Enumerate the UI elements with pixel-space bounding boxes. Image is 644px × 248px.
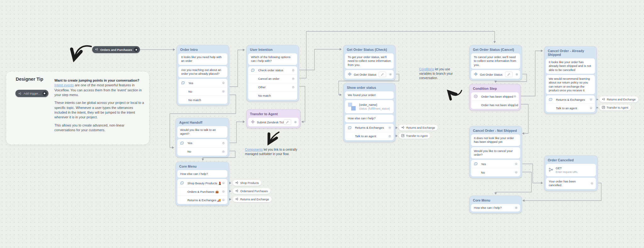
component-row[interactable]: Get Order Status xyxy=(345,70,394,79)
node-order-intro[interactable]: Order Intro It looks like you need help … xyxy=(177,45,229,105)
choice-row[interactable]: Returns & Exchanges xyxy=(546,95,595,104)
port-icon[interactable] xyxy=(514,95,516,98)
jump-label-returns-and-exchange[interactable]: Returns and Exchange xyxy=(399,125,438,131)
node-title[interactable]: User Intention xyxy=(248,47,297,53)
edit-button[interactable] xyxy=(379,72,386,77)
message-card[interactable]: It looks like you need help with an orde… xyxy=(178,53,227,65)
component-row[interactable]: Submit Zendesk Ticket xyxy=(248,118,299,127)
flow-canvas[interactable]: Designer Tip Add trigger... Want to crea… xyxy=(0,0,644,248)
port-icon[interactable] xyxy=(222,90,225,93)
choice-row[interactable]: Yes xyxy=(471,160,520,168)
message-card[interactable]: To get your order status, we'll need to … xyxy=(345,53,394,69)
choice-row[interactable]: No match xyxy=(178,95,227,104)
port-icon[interactable] xyxy=(294,121,297,123)
message-card[interactable]: Which of the following options can I hel… xyxy=(248,53,297,65)
choice-row[interactable]: Yes xyxy=(177,139,227,147)
port-icon[interactable] xyxy=(389,73,391,76)
port-icon[interactable] xyxy=(292,69,294,71)
choice-row[interactable]: No xyxy=(177,147,227,156)
node-cancel-order-not-shipped[interactable]: Cancel Order - Not Shipped It does not l… xyxy=(469,126,522,178)
port-icon[interactable] xyxy=(590,99,592,101)
edit-button[interactable] xyxy=(284,119,291,125)
node-title[interactable]: Order Intro xyxy=(178,47,227,53)
choice-row[interactable]: Other xyxy=(248,83,297,91)
product-card[interactable]: {order_name} Status: {fulfillment_status… xyxy=(345,100,394,113)
node-title[interactable]: Core Menu xyxy=(177,164,227,170)
jump-label-shop-products[interactable]: Shop Products xyxy=(233,180,261,186)
port-icon[interactable] xyxy=(134,47,138,52)
message-card[interactable]: Would you like to talk to an agent? xyxy=(177,126,227,138)
port-icon[interactable] xyxy=(515,171,517,174)
node-title[interactable]: Cancel Order - Not Shipped xyxy=(471,128,520,134)
port-icon[interactable] xyxy=(514,104,516,106)
choice-row[interactable]: No xyxy=(178,87,227,95)
jump-label-orders-and-purchases[interactable]: Ordersand Purchases xyxy=(233,188,270,194)
port-icon[interactable] xyxy=(292,86,294,88)
message-card[interactable]: How else can I help? xyxy=(345,115,394,122)
message-card[interactable]: We found your order! xyxy=(345,91,394,99)
conditions-link[interactable]: Conditions xyxy=(419,67,434,71)
condition-row[interactable]: Order has been shipped xyxy=(471,92,519,100)
node-show-order-status[interactable]: Show order status We found your order! {… xyxy=(343,83,395,142)
port-icon[interactable] xyxy=(222,191,225,193)
intent-events-link[interactable]: Intent events xyxy=(54,83,74,87)
node-title[interactable]: Cancel Order - Already Shipped xyxy=(546,48,595,58)
edit-button[interactable] xyxy=(505,72,513,77)
choice-row[interactable]: Check order status xyxy=(248,66,297,74)
components-link[interactable]: Components xyxy=(245,148,263,151)
choice-row[interactable]: No xyxy=(471,168,520,176)
port-icon[interactable] xyxy=(590,107,592,109)
node-title[interactable]: Show order status xyxy=(345,85,394,91)
node-title[interactable]: Agent Handoff xyxy=(177,120,227,126)
node-core-menu[interactable]: Core Menu How else can I help? Shop Beau… xyxy=(176,162,229,206)
component-row[interactable]: Get Order Status xyxy=(471,70,520,79)
port-icon[interactable] xyxy=(222,199,225,201)
port-icon[interactable] xyxy=(515,207,517,209)
node-get-order-status-cancel[interactable]: Get Order Status (Cancel) To cancel your… xyxy=(469,45,522,80)
message-card[interactable]: Your order has been cancelled. xyxy=(546,178,596,189)
node-title[interactable]: Condition Step xyxy=(471,86,519,92)
message-card[interactable]: It looks like your order has already bee… xyxy=(546,58,595,74)
message-card[interactable]: It does not look like your order has bee… xyxy=(471,134,520,146)
jump-label-transfer-to-agent[interactable]: Transfer to Agent xyxy=(399,133,430,139)
node-condition-step[interactable]: Condition Step Order has been shipped Or… xyxy=(469,84,520,111)
choice-row[interactable]: Shop Beauty Products 💄 xyxy=(177,179,227,187)
port-icon[interactable] xyxy=(389,135,391,137)
node-order-cancelled[interactable]: Order Cancelled GET Enter request URL Yo… xyxy=(544,156,597,191)
node-transfer-to-agent[interactable]: Transfer to Agent Submit Zendesk Ticket xyxy=(247,110,300,128)
jump-label-transfer-to-agent[interactable]: Transfer to Agent xyxy=(599,105,631,111)
node-title[interactable]: Get Order Status (Check) xyxy=(345,47,394,53)
choice-row[interactable]: Orders & Purchases 👜 xyxy=(177,187,227,196)
message-card[interactable]: How else can I help? xyxy=(177,170,227,178)
port-icon[interactable] xyxy=(515,163,517,165)
jump-label-returns-and-exchange[interactable]: Returns and Exchange xyxy=(233,196,272,202)
condition-row[interactable]: Order has not been shipped xyxy=(471,100,519,109)
port-icon[interactable] xyxy=(591,182,593,185)
choice-row[interactable]: Talk to an agent xyxy=(345,132,394,140)
choice-row[interactable]: Returns & Exchanges xyxy=(345,124,394,132)
node-title[interactable]: Order Cancelled xyxy=(546,157,596,164)
jump-label-returns-and-exchange[interactable]: Returns and Exchange xyxy=(599,96,638,102)
node-get-order-status-check[interactable]: Get Order Status (Check) To get your ord… xyxy=(343,45,395,80)
port-icon[interactable] xyxy=(516,73,518,76)
port-icon[interactable] xyxy=(222,142,225,144)
port-icon[interactable] xyxy=(222,82,225,84)
node-title[interactable]: Core Menu xyxy=(471,197,520,204)
port-icon[interactable] xyxy=(389,127,391,129)
choice-row[interactable]: No match xyxy=(248,91,297,100)
message-card[interactable]: To cancel your order, we'll need to coll… xyxy=(471,53,520,69)
node-cancel-order-already-shipped[interactable]: Cancel Order - Already Shipped It looks … xyxy=(544,46,597,114)
message-card[interactable]: How else can I help? xyxy=(471,204,520,212)
message-card[interactable]: Are you reaching out about an order you'… xyxy=(178,66,227,78)
port-icon[interactable] xyxy=(42,91,47,96)
add-trigger-pill[interactable]: Add trigger... xyxy=(15,90,48,97)
node-title[interactable]: Transfer to Agent xyxy=(248,111,299,118)
choice-row[interactable]: Returns & Exchanges 🚚 xyxy=(177,196,227,204)
port-icon[interactable] xyxy=(292,78,294,80)
message-card[interactable]: We would recommend learning about our re… xyxy=(546,75,595,94)
node-user-intention[interactable]: User Intention Which of the following op… xyxy=(247,45,299,101)
api-card[interactable]: GET Enter request URL xyxy=(546,164,596,176)
message-card[interactable]: Would you like to cancel your order? xyxy=(471,147,520,159)
node-agent-handoff[interactable]: Agent Handoff Would you like to talk to … xyxy=(176,118,229,157)
port-icon[interactable] xyxy=(222,150,225,153)
